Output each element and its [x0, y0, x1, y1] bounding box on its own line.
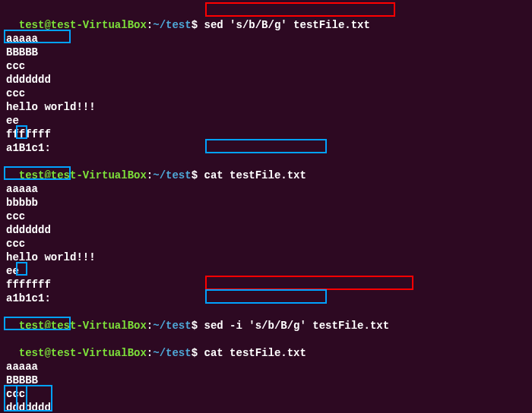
output-line: ddddddd: [6, 73, 526, 87]
prompt-line-4: test@test-VirtualBox:~/test$ cat testFil…: [6, 333, 526, 360]
output-line: aaaaa: [6, 360, 526, 374]
output-line: ccc: [6, 387, 526, 401]
prompt-user: test@test-VirtualBox: [19, 169, 147, 181]
prompt-path: ~/test: [153, 347, 191, 359]
prompt-path: ~/test: [153, 19, 191, 31]
output-line: bbbbb: [6, 196, 526, 210]
output-line: aaaaa: [6, 182, 526, 196]
output-line: hello world!!!: [6, 251, 526, 264]
prompt-marker: $: [192, 19, 198, 31]
output-line: BBBBB: [6, 374, 526, 387]
output-line: a1B1c1:: [6, 141, 526, 155]
prompt-marker: $: [192, 169, 198, 181]
output-line: fffffff: [6, 128, 526, 141]
prompt-user: test@test-VirtualBox: [19, 320, 147, 332]
output-line: ddddddd: [6, 401, 526, 413]
command-1: sed 's/b/B/g' testFile.txt: [204, 19, 369, 31]
prompt-line-1: test@test-VirtualBox:~/test$ sed 's/b/B/…: [6, 5, 526, 32]
output-line: fffffff: [6, 278, 526, 292]
output-line: ccc: [6, 87, 526, 100]
prompt-marker: $: [192, 347, 198, 359]
output-line: aaaaa: [6, 32, 526, 46]
prompt-sep: :: [147, 320, 153, 332]
prompt-sep: :: [147, 347, 153, 359]
output-line: BBBBB: [6, 46, 526, 59]
prompt-sep: :: [147, 19, 153, 31]
prompt-line-2: test@test-VirtualBox:~/test$ cat testFil…: [6, 155, 526, 182]
prompt-user: test@test-VirtualBox: [19, 19, 147, 31]
prompt-user: test@test-VirtualBox: [19, 347, 147, 359]
output-line: ddddddd: [6, 223, 526, 237]
output-line: hello world!!!: [6, 100, 526, 114]
command-4: cat testFile.txt: [204, 347, 306, 359]
output-line: ccc: [6, 210, 526, 223]
prompt-marker: $: [192, 320, 198, 332]
output-line: ee: [6, 114, 526, 128]
output-line: ccc: [6, 237, 526, 251]
command-3: sed -i 's/b/B/g' testFile.txt: [204, 320, 389, 332]
command-2: cat testFile.txt: [204, 169, 306, 181]
prompt-path: ~/test: [153, 169, 191, 181]
output-line: a1b1c1:: [6, 292, 526, 305]
prompt-sep: :: [147, 169, 153, 181]
prompt-path: ~/test: [153, 320, 191, 332]
output-line: ccc: [6, 59, 526, 73]
output-line: ee: [6, 264, 526, 278]
prompt-line-3: test@test-VirtualBox:~/test$ sed -i 's/b…: [6, 305, 526, 333]
